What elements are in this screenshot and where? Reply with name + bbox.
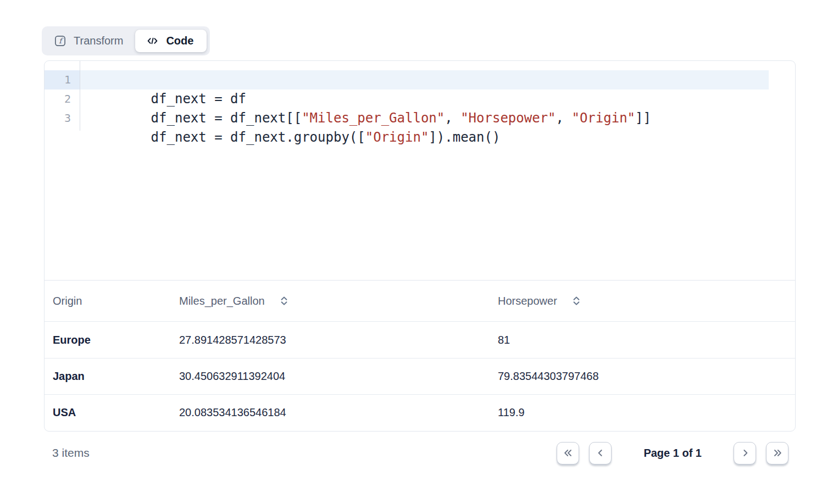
- code-token: ]]: [635, 110, 651, 126]
- editor-gutter: 1 2 3: [45, 61, 80, 131]
- tab-code-label: Code: [166, 35, 193, 47]
- sort-icon[interactable]: [571, 295, 581, 306]
- column-header-label: Miles_per_Gallon: [179, 295, 265, 307]
- tab-code[interactable]: Code: [135, 30, 207, 52]
- tab-transform-label: Transform: [74, 35, 123, 47]
- previous-page-button[interactable]: [589, 442, 612, 464]
- table-footer: 3 items Page 1 of 1: [44, 440, 796, 466]
- pagination: Page 1 of 1: [557, 442, 788, 464]
- cell-miles-per-gallon: 20.083534136546184: [179, 406, 498, 419]
- string-token: "Miles_per_Gallon": [302, 110, 445, 126]
- table-row: Japan 30.450632911392404 79.835443037974…: [45, 358, 795, 394]
- result-table: Origin Miles_per_Gallon Horsepower: [45, 281, 795, 430]
- code-token: df_next = df: [151, 91, 246, 107]
- code-icon: [146, 35, 159, 47]
- page-indicator: Page 1 of 1: [643, 447, 702, 460]
- table-row: Europe 27.891428571428573 81: [45, 322, 795, 358]
- last-page-button[interactable]: [766, 442, 788, 464]
- code-token: df_next = df_next.groupby([: [151, 130, 365, 145]
- cell-horsepower: 81: [498, 334, 795, 346]
- cell-horsepower: 119.9: [498, 406, 795, 419]
- string-token: "Origin": [365, 130, 429, 145]
- line-number-1: 1: [45, 70, 80, 89]
- line-number-3: 3: [45, 109, 80, 128]
- column-header-origin: Origin: [45, 295, 179, 307]
- code-token: ,: [445, 110, 460, 126]
- string-token: "Horsepower": [460, 110, 556, 126]
- code-token: df_next = df_next[[: [151, 110, 302, 126]
- string-token: "Origin": [571, 110, 635, 126]
- table-row: USA 20.083534136546184 119.9: [45, 394, 795, 430]
- table-header-row: Origin Miles_per_Gallon Horsepower: [45, 281, 795, 322]
- chevron-left-icon: [595, 447, 606, 458]
- code-token: ]).mean(): [429, 130, 500, 145]
- tab-transform[interactable]: f Transform: [45, 30, 135, 52]
- column-header-miles-per-gallon[interactable]: Miles_per_Gallon: [179, 295, 498, 307]
- cell-miles-per-gallon: 30.450632911392404: [179, 370, 498, 383]
- double-chevron-left-icon: [563, 447, 574, 458]
- code-editor[interactable]: 1 2 3 df_next = df df_next = df_next[["M…: [45, 61, 795, 281]
- editor-content[interactable]: df_next = df df_next = df_next[["Miles_p…: [80, 61, 795, 128]
- cell-miles-per-gallon: 27.891428571428573: [179, 334, 498, 346]
- code-and-preview-panel: 1 2 3 df_next = df df_next = df_next[["M…: [44, 60, 796, 432]
- cell-origin: Japan: [45, 370, 179, 383]
- chevron-right-icon: [740, 447, 751, 458]
- column-header-horsepower[interactable]: Horsepower: [498, 295, 795, 307]
- code-token: ,: [556, 110, 572, 126]
- svg-text:f: f: [59, 37, 64, 45]
- view-mode-tabbar: f Transform Code: [42, 26, 210, 55]
- cell-origin: Europe: [45, 334, 179, 346]
- cell-origin: USA: [45, 406, 179, 419]
- first-page-button[interactable]: [557, 442, 579, 464]
- double-chevron-right-icon: [772, 447, 783, 458]
- column-header-label: Horsepower: [498, 295, 557, 307]
- cell-horsepower: 79.83544303797468: [498, 370, 795, 383]
- column-header-label: Origin: [53, 295, 82, 307]
- sort-icon[interactable]: [279, 295, 289, 306]
- code-line-1[interactable]: df_next = df: [80, 70, 769, 89]
- next-page-button[interactable]: [734, 442, 756, 464]
- items-count: 3 items: [52, 446, 90, 460]
- line-number-2: 2: [45, 89, 80, 109]
- function-icon: f: [54, 35, 66, 47]
